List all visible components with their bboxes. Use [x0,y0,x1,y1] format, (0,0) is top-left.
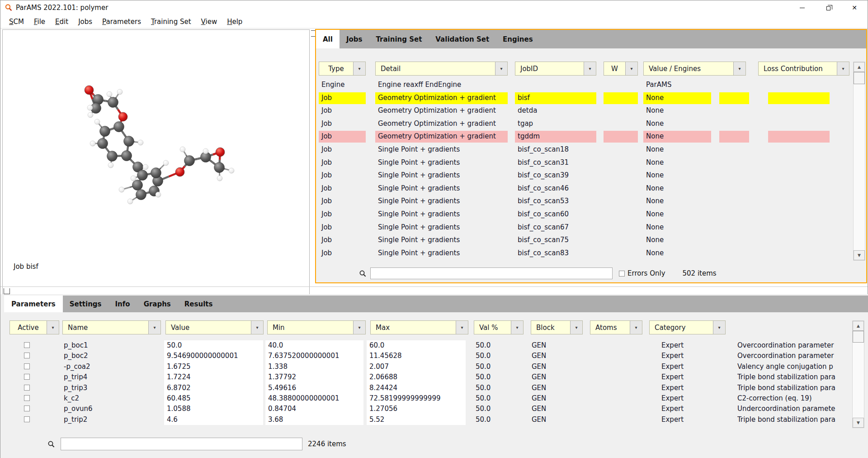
scroll-down-button[interactable]: ▼ [854,250,865,260]
chevron-down-icon[interactable]: ▾ [570,321,582,334]
chevron-down-icon[interactable]: ▾ [148,321,160,334]
table-row[interactable]: Job Single Point + gradients bisf_co_sca… [316,143,852,157]
chevron-down-icon[interactable]: ▾ [630,321,642,334]
tab-parameters[interactable]: Parameters [4,296,63,312]
parameters-scrollbar[interactable]: ▲ ▼ [852,320,864,428]
column-header-loss-contribution[interactable]: Loss Contribution ▾ [758,62,849,76]
menu-edit[interactable]: Edit [50,18,73,26]
chevron-down-icon[interactable]: ▾ [625,62,637,75]
menu-jobs[interactable]: Jobs [73,18,97,26]
column-header-max[interactable]: Max ▾ [370,320,468,334]
table-row[interactable]: p_boc1 50.0 40.0 60.0 50.0 GEN Expert Ov… [0,340,852,351]
column-header-valpct[interactable]: Val % ▾ [474,320,524,334]
horizontal-splitter[interactable] [0,286,868,287]
chevron-down-icon[interactable]: ▾ [251,321,263,334]
table-row[interactable]: Job Single Point + gradients bisf_co_sca… [316,234,852,247]
column-header-category[interactable]: Category ▾ [649,320,726,334]
window-title: ParAMS 2022.101: polymer [16,4,108,12]
table-row[interactable]: Job Geometry Optimization + gradient tga… [316,118,852,131]
scrollbar-thumb[interactable] [853,331,864,343]
column-header-jobid[interactable]: JobID ▾ [515,62,596,76]
table-row[interactable]: Job Single Point + gradients bisf_co_sca… [316,169,852,182]
tab-settings[interactable]: Settings [63,296,108,312]
table-scrollbar[interactable]: ▲ ▼ [853,62,865,261]
menu-help[interactable]: Help [222,18,247,26]
scroll-up-button[interactable]: ▲ [854,62,865,72]
table-row[interactable]: Job Geometry Optimization + gradient tgd… [316,130,852,143]
active-checkbox[interactable] [24,342,30,348]
chevron-down-icon[interactable]: ▾ [495,62,507,75]
menu-file[interactable]: File [29,18,50,26]
table-row[interactable]: Job Single Point + gradients bisf_co_sca… [316,195,852,208]
chevron-down-icon[interactable]: ▾ [584,62,596,75]
table-row[interactable]: Job Single Point + gradients bisf_co_sca… [316,157,852,170]
molecule-3d-view[interactable] [3,30,309,299]
search-icon [47,440,55,448]
minimize-button[interactable] [789,0,815,15]
scroll-down-button[interactable]: ▼ [853,418,864,428]
tab-info[interactable]: Info [108,296,137,312]
chevron-down-icon[interactable]: ▾ [837,62,849,75]
table-row[interactable]: p_ovun6 1.0588 0.84704 1.27056 50.0 GEN … [0,404,852,414]
chevron-down-icon[interactable]: ▾ [47,321,59,334]
table-row[interactable]: Job Single Point + gradients bisf_co_sca… [316,182,852,196]
column-header-active[interactable]: Active ▾ [9,320,59,334]
chevron-down-icon[interactable]: ▾ [733,62,745,75]
molecule-viewer-panel[interactable]: Job bisf [2,29,310,300]
active-checkbox[interactable] [24,363,30,369]
tab-training-set[interactable]: Training Set [369,30,429,48]
column-header-atoms[interactable]: Atoms ▾ [590,320,642,334]
tab-graphs[interactable]: Graphs [137,296,178,312]
table-row[interactable]: p_boc2 9.546900000000001 7.6375200000000… [0,351,852,361]
chevron-down-icon[interactable]: ▾ [713,321,725,334]
tab-engines[interactable]: Engines [496,30,540,48]
restore-button[interactable] [815,0,841,15]
column-header-value-engines[interactable]: Value / Engines ▾ [643,62,746,76]
menu-scm[interactable]: SCM [4,18,29,26]
tab-results[interactable]: Results [178,296,220,312]
viewer-caption: Job bisf [14,262,38,271]
active-checkbox[interactable] [24,385,30,391]
chevron-down-icon[interactable]: ▾ [353,62,365,75]
menu-view[interactable]: View [196,18,222,26]
table-row[interactable]: p_trip3 6.8702 5.49616 8.24424 50.0 GEN … [0,383,852,393]
table-row[interactable]: Job Geometry Optimization + gradient det… [316,105,852,118]
column-header-value[interactable]: Value ▾ [165,320,264,334]
close-button[interactable]: ✕ [841,0,868,15]
active-checkbox[interactable] [24,374,30,380]
table-row[interactable]: k_c2 60.485 48.38800000000001 72.5819999… [0,393,852,404]
column-header-detail[interactable]: Detail ▾ [375,62,508,76]
scroll-up-button[interactable]: ▲ [853,321,864,331]
menu-training-set[interactable]: Training Set [146,18,196,26]
active-checkbox[interactable] [24,416,30,422]
chevron-down-icon[interactable]: ▾ [511,321,523,334]
column-header-block[interactable]: Block ▾ [531,320,583,334]
parameters-search-input[interactable] [61,438,302,450]
chevron-down-icon[interactable]: ▾ [456,321,468,334]
column-header-w[interactable]: W ▾ [604,62,638,76]
table-row[interactable]: p_trip4 1.7224 1.37792 2.06688 50.0 GEN … [0,372,852,382]
table-row[interactable]: p_trip2 4.6 3.68 5.52 50.0 GEN Expert Tr… [0,415,852,425]
horizontal-splitter-handle[interactable] [4,288,10,294]
tab-all[interactable]: All [316,30,340,48]
table-row[interactable]: Job Single Point + gradients bisf_co_sca… [316,247,852,260]
scrollbar-thumb[interactable] [854,72,865,84]
table-row[interactable]: Job Geometry Optimization + gradient bis… [316,92,852,105]
errors-only-checkbox[interactable] [619,271,625,277]
table-row[interactable]: Job Single Point + gradients bisf_co_sca… [316,221,852,234]
column-header-name[interactable]: Name ▾ [62,320,161,334]
active-checkbox[interactable] [24,406,30,411]
table-row[interactable]: -p_coa2 1.6725 1.338 2.007 50.0 GEN Expe… [0,362,852,372]
active-checkbox[interactable] [24,395,30,401]
menu-parameters[interactable]: Parameters [97,18,146,26]
column-header-min[interactable]: Min ▾ [267,320,366,334]
tab-jobs[interactable]: Jobs [340,30,369,48]
column-header-type[interactable]: Type ▾ [319,62,366,76]
active-checkbox[interactable] [24,353,30,358]
search-input[interactable] [370,267,613,279]
tab-validation-set[interactable]: Validation Set [429,30,496,48]
chevron-down-icon[interactable]: ▾ [353,321,365,334]
menu-bar: SCM File Edit Jobs Parameters Training S… [0,15,868,29]
table-row[interactable]: Engine Engine reaxff EndEngine ParAMS [316,79,852,92]
table-row[interactable]: Job Single Point + gradients bisf_co_sca… [316,208,852,221]
